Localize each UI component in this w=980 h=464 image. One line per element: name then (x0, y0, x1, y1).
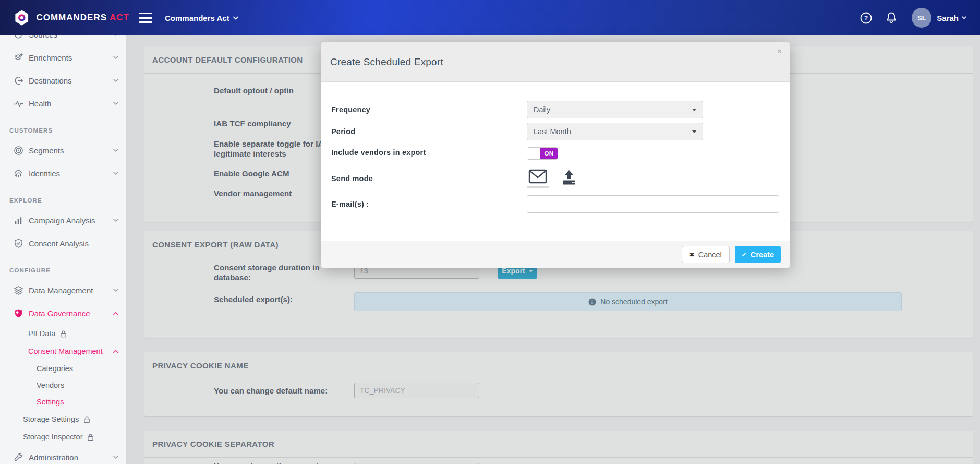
sidebar-item-identities[interactable]: Identities (0, 162, 129, 185)
sources-icon (14, 35, 23, 40)
help-icon: ? (860, 12, 872, 24)
shield-check-icon (14, 239, 23, 248)
avatar-initials: SL (917, 14, 926, 22)
upload-icon (561, 170, 577, 185)
workspace-selector[interactable]: Commanders Act (165, 14, 238, 22)
info-icon (588, 298, 596, 306)
x-icon: ✖ (689, 251, 695, 258)
privacy-cookie-separator-panel: PRIVACY COOKIE SEPARATOR You can change … (144, 431, 973, 464)
panel-title: PRIVACY COOKIE SEPARATOR (144, 431, 973, 458)
sidebar-item-health[interactable]: Health (0, 92, 129, 115)
navbar-right: ? SL Sarah (846, 8, 980, 28)
notifications-button[interactable] (886, 11, 897, 24)
sidebar-item-pii-data[interactable]: PII Data (0, 325, 129, 342)
sidebar-item-vendors[interactable]: Vendors (0, 377, 129, 394)
privacy-cookie-name-panel: PRIVACY COOKIE NAME You can change defau… (144, 352, 973, 416)
send-mode-upload-option[interactable] (561, 170, 577, 187)
emails-input[interactable] (527, 195, 779, 213)
chevron-up-icon (113, 312, 118, 315)
cancel-button[interactable]: ✖ Cancel (682, 246, 730, 263)
iab-tcf-label: IAB TCF compliancy (214, 118, 334, 128)
create-button[interactable]: ✔ Create (735, 246, 781, 263)
avatar[interactable]: SL (912, 8, 931, 28)
toggle-knob (527, 148, 540, 159)
user-name: Sarah (937, 14, 959, 22)
sidebar: Sources Enrichments Destinations (0, 35, 129, 464)
toggle-on-label: ON (540, 148, 558, 159)
check-icon: ✔ (742, 251, 747, 258)
envelope-icon (528, 169, 547, 184)
sidebar-item-segments[interactable]: Segments (0, 139, 129, 162)
close-icon[interactable]: × (777, 46, 782, 55)
chevron-down-icon (113, 149, 118, 152)
cookie-separator-label: You can change the separator used (214, 461, 334, 464)
chevron-down-icon (113, 172, 118, 175)
period-label: Period (331, 123, 527, 140)
brand: COMMANDERSACT (0, 6, 129, 29)
sidebar-item-sources[interactable]: Sources (0, 35, 129, 46)
period-value: Last Month (534, 127, 692, 136)
chevron-down-icon (113, 56, 118, 60)
sidebar-item-data-governance[interactable]: Data Governance (0, 302, 129, 325)
frequency-label: Frequency (331, 101, 527, 118)
chevron-down-icon (113, 456, 118, 459)
help-button[interactable]: ? (860, 12, 872, 24)
cookie-name-input[interactable] (354, 383, 479, 398)
identities-icon (14, 169, 23, 179)
bell-icon (886, 11, 897, 24)
iab-legitimate-label: Enable separate toggle for IAB legitimat… (214, 139, 334, 159)
sidebar-section-customers: CUSTOMERS (0, 115, 129, 139)
sidebar-item-consent-analysis[interactable]: Consent Analysis (0, 232, 129, 255)
enrichments-icon (14, 53, 23, 63)
lock-icon (87, 433, 94, 441)
segments-icon (14, 146, 23, 156)
cookie-name-label: You can change default name: (214, 386, 334, 396)
health-icon (14, 99, 23, 109)
period-select[interactable]: Last Month (527, 123, 703, 140)
frequency-value: Daily (534, 105, 692, 114)
chevron-down-icon (113, 102, 118, 105)
no-scheduled-export-banner: No scheduled export (354, 292, 902, 311)
sidebar-item-categories[interactable]: Categories (0, 360, 129, 377)
frequency-select[interactable]: Daily (527, 101, 703, 118)
selected-indicator (527, 186, 549, 188)
sidebar-item-campaign-analysis[interactable]: Campaign Analysis (0, 209, 129, 232)
caret-down-icon (692, 130, 696, 133)
send-mode-email-option[interactable] (527, 169, 549, 188)
destinations-icon (14, 76, 23, 86)
sidebar-item-administration[interactable]: Administration (0, 446, 129, 464)
modal-body: Frequency Daily Period Last Month Includ… (321, 82, 790, 213)
sidebar-item-storage-settings[interactable]: Storage Settings (0, 410, 129, 428)
layers-icon (14, 285, 23, 295)
storage-duration-label: Consent storage duration in database: (214, 263, 334, 282)
user-menu[interactable]: Sarah (937, 14, 966, 22)
create-scheduled-export-modal: Create Scheduled Export × Frequency Dail… (321, 42, 790, 268)
workspace-name: Commanders Act (165, 14, 229, 22)
chevron-up-icon (113, 350, 118, 353)
include-vendors-toggle[interactable]: ON (527, 147, 558, 160)
panel-title: PRIVACY COOKIE NAME (144, 352, 973, 379)
lock-icon (83, 415, 90, 423)
sidebar-scrollbar[interactable] (126, 35, 129, 464)
modal-title: Create Scheduled Export (330, 56, 443, 68)
sidebar-item-settings[interactable]: Settings (0, 394, 129, 410)
scheduled-exports-label: Scheduled export(s): (214, 292, 334, 304)
wrench-icon (14, 453, 23, 462)
sidebar-item-storage-inspector[interactable]: Storage Inspector (0, 428, 129, 446)
caret-down-icon (692, 109, 696, 111)
sidebar-item-enrichments[interactable]: Enrichments (0, 46, 129, 69)
chevron-down-icon (233, 16, 238, 20)
sidebar-item-consent-management[interactable]: Consent Management (0, 342, 129, 360)
chevron-down-icon (113, 219, 118, 222)
brand-wordmark: COMMANDERSACT (36, 13, 129, 23)
hamburger-menu-icon[interactable] (139, 13, 152, 23)
sidebar-item-destinations[interactable]: Destinations (0, 69, 129, 92)
top-navbar: COMMANDERSACT Commanders Act ? SL Sarah (0, 0, 980, 35)
caret-down-icon (529, 270, 533, 272)
sidebar-item-data-management[interactable]: Data Management (0, 279, 129, 302)
google-acm-label: Enable Google ACM (214, 169, 334, 179)
emails-label: E-mail(s) : (331, 195, 527, 213)
include-vendors-label: Include vendors in export (331, 145, 527, 160)
bar-chart-icon (14, 216, 23, 225)
lock-icon (60, 330, 67, 338)
